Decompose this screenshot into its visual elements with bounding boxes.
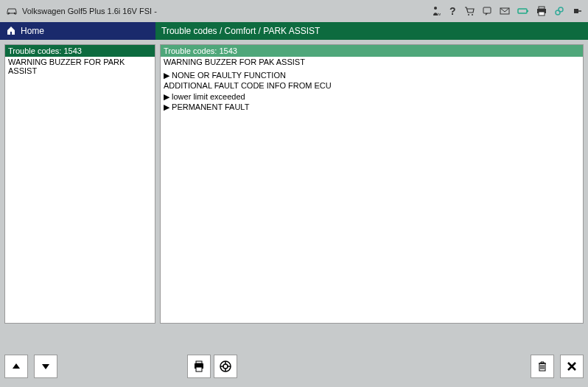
delete-button[interactable] [531, 355, 554, 378]
car-icon [6, 7, 18, 15]
help-icon[interactable]: ? [448, 6, 457, 16]
svg-rect-11 [539, 7, 545, 9]
topbar-right: tw ? [432, 6, 582, 16]
svg-rect-9 [518, 9, 527, 13]
detail-line: ▶ lower limit exceeded [164, 91, 580, 102]
lifebuoy-button[interactable] [214, 355, 237, 378]
printer-icon[interactable] [536, 6, 547, 16]
connector-icon[interactable] [572, 6, 582, 16]
svg-text:tw: tw [438, 12, 441, 16]
feedback-icon[interactable] [482, 6, 492, 16]
svg-rect-10 [527, 10, 528, 12]
code-list-item[interactable]: WARNING BUZZER FOR PARK ASSIST [5, 57, 155, 76]
topbar: Volkswagen Golf5 Plus 1.6i 16V FSI - tw … [0, 0, 588, 22]
vehicle-title: Volkswagen Golf5 Plus 1.6i 16V FSI - [22, 7, 157, 15]
content-area: Trouble codes: 1543 WARNING BUZZER FOR P… [0, 40, 588, 328]
svg-rect-7 [483, 7, 491, 13]
detail-body: ▶ NONE OR FAULTY FUNCTION ADDITIONAL FAU… [161, 67, 583, 115]
detail-subheader: WARNING BUZZER FOR PAK ASSIST [161, 57, 583, 67]
home-button[interactable]: Home [0, 22, 155, 40]
svg-point-2 [434, 7, 437, 10]
svg-rect-13 [539, 12, 545, 15]
print-button[interactable] [187, 355, 211, 378]
detail-line: ADDITIONAL FAULT CODE INFO FROM ECU [164, 80, 580, 91]
detail-header: Trouble codes: 1543 [161, 45, 583, 57]
bottombar [4, 355, 584, 378]
svg-point-15 [559, 7, 563, 12]
cart-icon[interactable] [464, 6, 475, 16]
svg-rect-19 [196, 367, 202, 372]
svg-point-21 [223, 364, 228, 369]
svg-rect-16 [574, 9, 578, 13]
detail-line: ▶ NONE OR FAULTY FUNCTION [164, 70, 580, 80]
svg-point-6 [472, 14, 473, 15]
home-icon [6, 25, 16, 38]
code-list-header: Trouble codes: 1543 [5, 45, 155, 57]
svg-rect-17 [196, 361, 202, 363]
detail-panel: Trouble codes: 1543 WARNING BUZZER FOR P… [160, 44, 584, 324]
detail-line: ▶ PERMANENT FAULT [164, 102, 580, 112]
mail-icon[interactable] [500, 7, 510, 15]
navbar: Home Trouble codes / Comfort / PARK ASSI… [0, 22, 588, 40]
svg-point-1 [14, 13, 15, 14]
svg-point-0 [8, 13, 10, 14]
person-icon[interactable]: tw [432, 6, 441, 16]
code-list-panel: Trouble codes: 1543 WARNING BUZZER FOR P… [4, 44, 155, 324]
breadcrumb: Trouble codes / Comfort / PARK ASSIST [155, 22, 588, 40]
link-icon[interactable] [554, 6, 564, 16]
breadcrumb-text: Trouble codes / Comfort / PARK ASSIST [161, 26, 320, 36]
svg-text:?: ? [449, 6, 456, 16]
nav-arrows [4, 355, 57, 378]
up-button[interactable] [4, 355, 28, 378]
close-button[interactable] [560, 355, 584, 378]
battery-icon[interactable] [517, 7, 529, 15]
down-button[interactable] [34, 355, 57, 378]
topbar-left: Volkswagen Golf5 Plus 1.6i 16V FSI - [6, 7, 432, 15]
home-label: Home [21, 26, 44, 36]
svg-point-5 [468, 14, 469, 15]
